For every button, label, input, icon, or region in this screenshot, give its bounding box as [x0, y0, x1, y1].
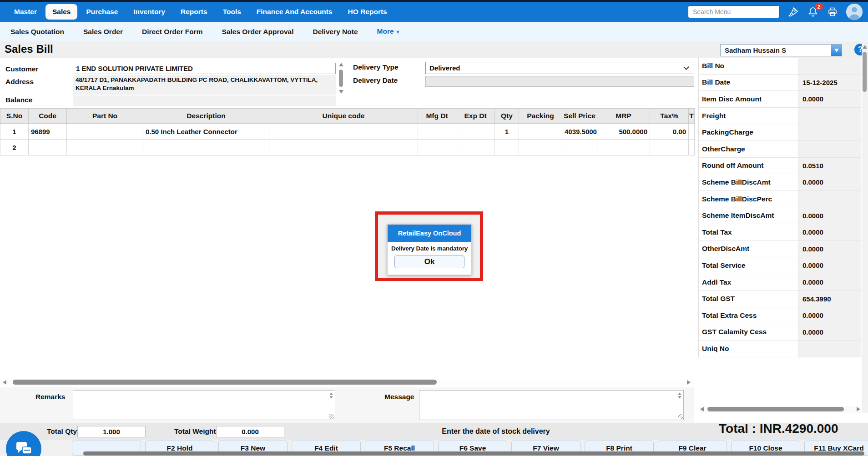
topnav-item[interactable]: Inventory — [126, 4, 172, 20]
cell-exp-dt[interactable] — [456, 140, 495, 155]
scroll-left-icon[interactable] — [700, 407, 704, 411]
column-header[interactable]: Tax% — [650, 109, 689, 124]
scroll-up-icon[interactable] — [678, 392, 681, 395]
remarks-textarea[interactable] — [73, 390, 335, 420]
column-header[interactable]: Code — [29, 109, 67, 124]
notifications-bell-icon[interactable]: 2 — [807, 6, 819, 18]
cell-mrp[interactable] — [597, 140, 650, 155]
cell-mfg-dt[interactable] — [418, 124, 456, 140]
summary-field-value[interactable]: 0.0000 — [799, 274, 861, 291]
subnav-item[interactable]: More — [368, 21, 409, 42]
cell-part-no[interactable] — [67, 140, 143, 155]
total-qty-input[interactable] — [77, 426, 146, 437]
cell-description[interactable]: 0.50 Inch Leather Connector — [143, 124, 269, 140]
scroll-thumb[interactable] — [339, 70, 343, 87]
customer-input[interactable] — [73, 63, 336, 74]
cell-qty[interactable] — [495, 140, 519, 155]
cell-sell-price[interactable]: 4039.5000 — [562, 124, 597, 140]
cell-qty[interactable]: 1 — [495, 124, 519, 140]
subnav-item[interactable]: Sales Quotation — [1, 22, 74, 41]
summary-field-value[interactable]: 0.0000 — [799, 241, 861, 258]
summary-field-value[interactable]: 0.0000 — [799, 174, 861, 191]
scroll-thumb[interactable] — [707, 407, 844, 411]
topnav-item[interactable]: Reports — [174, 4, 214, 20]
column-header[interactable]: Exp Dt — [456, 109, 495, 124]
cell-mrp[interactable]: 500.0000 — [597, 124, 650, 140]
cell-code[interactable] — [29, 140, 67, 155]
scroll-up-icon[interactable] — [339, 63, 343, 66]
cell-description[interactable] — [143, 140, 269, 155]
cell-sno[interactable]: 1 — [0, 124, 29, 140]
scroll-down-icon[interactable] — [339, 90, 343, 94]
delivery-date-input[interactable] — [425, 76, 694, 87]
summary-field-value[interactable]: 0.0000 — [799, 91, 861, 108]
cell-tax[interactable] — [650, 140, 689, 155]
search-input[interactable] — [688, 5, 780, 18]
topnav-item[interactable]: Master — [7, 4, 44, 20]
resize-grip-icon[interactable] — [329, 414, 334, 419]
topnav-item[interactable]: Sales — [45, 4, 78, 20]
cell-code[interactable]: 96899 — [29, 124, 67, 140]
cell-mfg-dt[interactable] — [418, 140, 456, 155]
cell-part-no[interactable] — [67, 124, 143, 140]
cell-unique-code[interactable] — [269, 124, 418, 140]
summary-horizontal-scrollbar[interactable] — [699, 406, 861, 413]
cell-sell-price[interactable] — [562, 140, 597, 155]
scroll-right-icon[interactable] — [857, 407, 860, 411]
subnav-item[interactable]: Sales Order — [74, 22, 132, 41]
summary-field-value[interactable] — [799, 108, 861, 125]
cell-packing[interactable] — [519, 124, 562, 140]
subnav-item[interactable]: Direct Order Form — [132, 22, 212, 41]
subnav-item[interactable]: Sales Order Approval — [212, 22, 303, 41]
summary-field-value[interactable]: 0.0000 — [799, 224, 861, 241]
scroll-right-icon[interactable] — [687, 380, 691, 385]
summary-field-value[interactable]: 0.0000 — [799, 207, 861, 224]
column-header[interactable]: Sell Price — [562, 109, 597, 124]
summary-field-value[interactable]: 0.0000 — [799, 257, 861, 274]
column-header[interactable]: Packing — [519, 109, 562, 124]
column-header[interactable]: T — [689, 109, 695, 124]
column-header[interactable]: Description — [143, 109, 269, 124]
user-avatar[interactable] — [846, 4, 863, 20]
page-horizontal-scrollbar[interactable] — [83, 451, 864, 456]
topnav-item[interactable]: Tools — [216, 4, 248, 20]
cell-unique-code[interactable] — [269, 140, 418, 155]
scroll-left-icon[interactable] — [3, 380, 6, 385]
summary-field-value[interactable]: 654.3990 — [799, 291, 861, 307]
topnav-item[interactable]: Purchase — [79, 4, 125, 20]
cell-extra[interactable] — [689, 140, 695, 155]
column-header[interactable]: S.No — [0, 109, 29, 124]
summary-field-value[interactable] — [799, 124, 861, 141]
summary-field-value[interactable]: 0.0000 — [799, 324, 861, 341]
grid-horizontal-scrollbar[interactable] — [0, 379, 694, 386]
salesman-select[interactable]: Sadham Hussain S — [720, 44, 842, 56]
scroll-up-icon[interactable] — [330, 392, 333, 395]
resize-grip-icon[interactable] — [678, 414, 683, 419]
column-header[interactable]: Qty — [495, 109, 519, 124]
table-row[interactable]: 2 — [0, 140, 695, 155]
scroll-thumb[interactable] — [13, 380, 437, 385]
summary-field-value[interactable] — [799, 191, 861, 208]
topnav-item[interactable]: HO Reports — [341, 4, 394, 20]
message-textarea[interactable] — [419, 390, 684, 420]
summary-field-value[interactable] — [799, 341, 861, 357]
column-header[interactable]: Unique code — [269, 109, 418, 124]
scroll-down-icon[interactable] — [330, 396, 333, 399]
theme-brush-icon[interactable] — [787, 6, 799, 18]
cell-packing[interactable] — [519, 140, 562, 155]
cell-extra[interactable] — [689, 124, 695, 140]
summary-field-value[interactable]: 15-12-2025 — [799, 75, 861, 91]
column-header[interactable]: Mfg Dt — [418, 109, 456, 124]
cell-tax[interactable]: 0.00 — [650, 124, 689, 140]
scroll-thumb[interactable] — [863, 52, 867, 92]
summary-field-value[interactable] — [799, 58, 861, 75]
scroll-down-icon[interactable] — [678, 396, 681, 399]
ok-button[interactable]: Ok — [394, 256, 464, 268]
printer-icon[interactable] — [827, 6, 838, 18]
cell-sno[interactable]: 2 — [0, 140, 29, 155]
summary-field-value[interactable]: 0.0000 — [799, 307, 861, 324]
summary-field-value[interactable]: 0.0510 — [799, 158, 861, 175]
scroll-up-icon[interactable] — [863, 45, 867, 49]
customer-panel-scrollbar[interactable] — [338, 63, 344, 106]
topnav-item[interactable]: Finance And Accounts — [250, 4, 339, 20]
